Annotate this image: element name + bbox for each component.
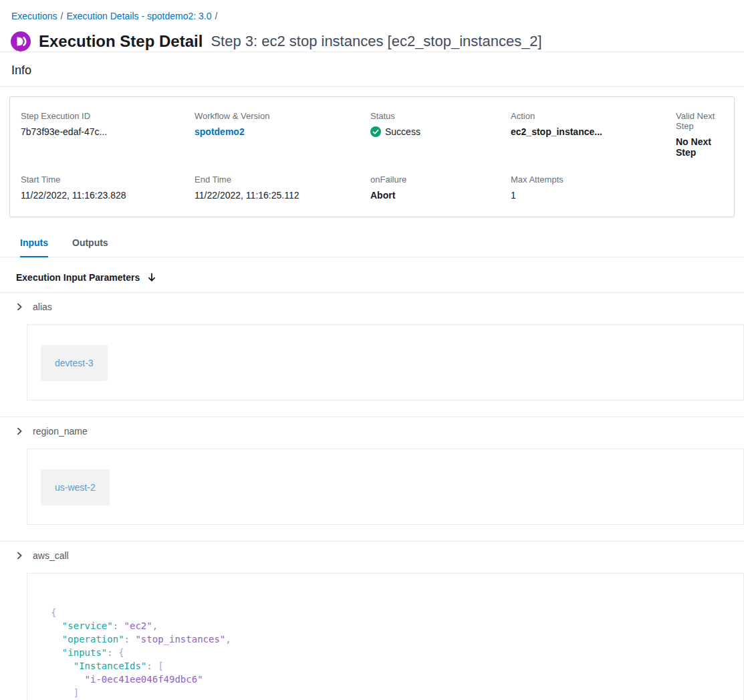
aws-call-panel: { "service": "ec2", "operation": "stop_i…	[27, 573, 744, 700]
section-header-region-name[interactable]: region_name	[0, 417, 744, 445]
status-text: Success	[385, 126, 420, 137]
field-end-time: End Time 11/22/2022, 11:16:25.112	[195, 174, 370, 201]
tab-inputs[interactable]: Inputs	[20, 232, 48, 257]
params-title: Execution Input Parameters	[16, 272, 140, 283]
alias-value-chip: devtest-3	[41, 345, 108, 381]
json-code: { "service": "ec2", "operation": "stop_i…	[51, 606, 730, 700]
info-card: Step Execution ID 7b73f93e-edaf-47c... W…	[9, 96, 735, 217]
collapse-all-down-arrow-icon[interactable]	[146, 272, 157, 283]
workflow-link[interactable]: spotdemo2	[195, 126, 370, 137]
section-header-aws-call[interactable]: aws_call	[0, 542, 744, 570]
field-action: Action ec2_stop_instance...	[511, 111, 676, 158]
page-title: Execution Step Detail	[39, 32, 203, 51]
divider	[0, 86, 744, 87]
section-name-aws-call: aws_call	[33, 550, 69, 561]
title-row: Execution Step Detail Step 3: ec2 stop i…	[0, 21, 744, 51]
success-icon	[370, 126, 381, 137]
field-start-time: Start Time 11/22/2022, 11:16:23.828	[21, 174, 195, 201]
section-header-alias[interactable]: alias	[0, 293, 744, 321]
field-step-execution-id: Step Execution ID 7b73f93e-edaf-47c...	[21, 111, 195, 158]
region-name-panel: us-west-2	[27, 449, 744, 525]
breadcrumb-link-executions[interactable]: Executions	[11, 11, 57, 21]
chevron-right-icon[interactable]	[15, 302, 24, 312]
app-logo-icon	[11, 31, 31, 51]
field-max-attempts: Max Attempts 1	[511, 174, 676, 201]
info-section-title: Info	[0, 52, 744, 86]
tab-outputs[interactable]: Outputs	[72, 232, 108, 257]
breadcrumb-separator: /	[60, 11, 63, 21]
field-valid-next-step: Valid Next Step No Next Step	[676, 111, 723, 158]
alias-panel: devtest-3	[27, 324, 744, 400]
field-workflow-version: Workflow & Version spotdemo2	[195, 111, 370, 158]
section-name-region-name: region_name	[33, 426, 88, 437]
page: Executions/Execution Details - spotdemo2…	[0, 0, 744, 700]
chevron-right-icon[interactable]	[15, 427, 24, 436]
field-on-failure: onFailure Abort	[370, 174, 511, 201]
section-name-alias: alias	[33, 302, 52, 312]
page-subtitle: Step 3: ec2 stop instances [ec2_stop_ins…	[211, 33, 541, 50]
field-status: Status Success	[370, 111, 511, 158]
breadcrumb-separator: /	[215, 11, 218, 21]
breadcrumb: Executions/Execution Details - spotdemo2…	[0, 0, 744, 21]
tabs: Inputs Outputs	[0, 232, 744, 257]
execution-input-parameters-header: Execution Input Parameters	[0, 257, 744, 292]
breadcrumb-link-execution-details[interactable]: Execution Details - spotdemo2: 3.0	[66, 11, 211, 21]
region-name-value-chip: us-west-2	[41, 469, 110, 505]
chevron-right-icon[interactable]	[15, 551, 24, 560]
